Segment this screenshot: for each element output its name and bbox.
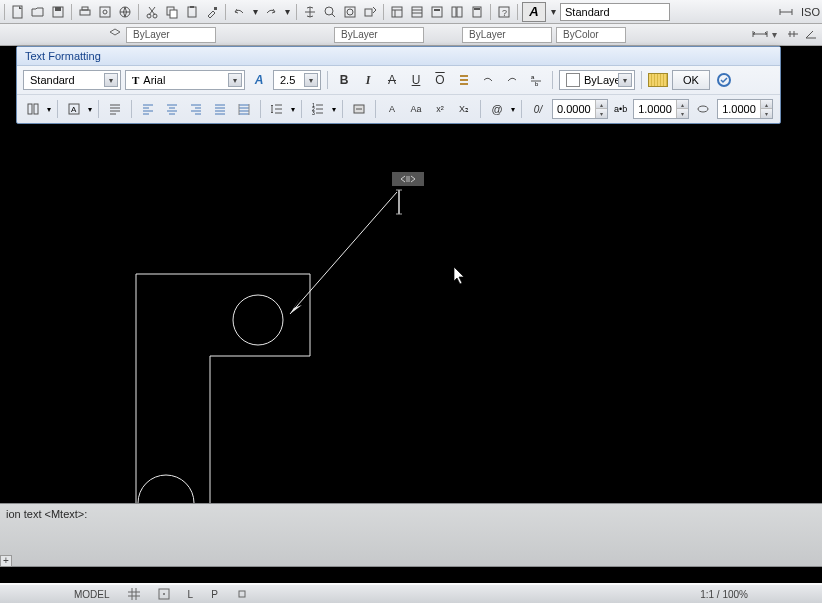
linear-dim-icon[interactable] — [752, 28, 768, 42]
symbol-button[interactable]: @ — [487, 99, 507, 119]
stack-button[interactable] — [454, 70, 474, 90]
text-panel-row-1: Standard ▾ T Arial ▾ A 2.5 ▾ B I A U O a… — [17, 66, 780, 95]
align-justify-icon[interactable] — [210, 99, 230, 119]
numbering-icon[interactable]: 123 — [308, 99, 328, 119]
help-icon[interactable]: ? — [495, 3, 513, 21]
align-center-icon[interactable] — [162, 99, 182, 119]
zoom-icon[interactable] — [321, 3, 339, 21]
justify-icon[interactable]: A — [64, 99, 84, 119]
chevron-down-icon[interactable]: ▾ — [304, 73, 318, 87]
text-panel-row-2: ▾ A ▾ ▾ 123 ▾ A Aa x² X₂ @ ▾ 0/ 0.0000 ▴… — [17, 95, 780, 123]
chevron-down-icon[interactable]: ▾ — [228, 73, 242, 87]
qnew-icon[interactable] — [9, 3, 27, 21]
subscript-button[interactable]: X₂ — [454, 99, 474, 119]
char-width-icon[interactable] — [693, 99, 713, 119]
ok-button[interactable]: OK — [672, 70, 710, 90]
superscript-button[interactable]: x² — [430, 99, 450, 119]
command-line[interactable]: ion text <Mtext>: — [0, 503, 822, 567]
paragraph-icon[interactable] — [105, 99, 125, 119]
columns-icon[interactable] — [23, 99, 43, 119]
model-button[interactable]: MODEL — [70, 587, 114, 601]
svg-rect-19 — [392, 7, 402, 17]
svg-rect-5 — [100, 7, 110, 17]
print-icon[interactable] — [76, 3, 94, 21]
color-combo-text[interactable]: ByLayer ▾ — [559, 70, 635, 90]
plotstyle-combo[interactable]: ByColor — [556, 27, 626, 43]
lowercase-button[interactable]: Aa — [406, 99, 426, 119]
uppercase-button[interactable]: A — [382, 99, 402, 119]
annotative-text-icon[interactable]: A — [522, 2, 546, 22]
ortho-l-label[interactable]: L — [184, 587, 198, 601]
options-icon[interactable] — [714, 70, 734, 90]
copy-icon[interactable] — [163, 3, 181, 21]
underline-button[interactable]: U — [406, 70, 426, 90]
style-combo[interactable]: Standard ▾ — [23, 70, 121, 90]
save-icon[interactable] — [49, 3, 67, 21]
chevron-down-icon[interactable]: ▾ — [104, 73, 118, 87]
zoom-prev-icon[interactable] — [361, 3, 379, 21]
svg-point-6 — [103, 10, 107, 14]
italic-button[interactable]: I — [358, 70, 378, 90]
width-factor-input[interactable]: 1.0000 ▴▾ — [633, 99, 689, 119]
sheet-icon[interactable] — [428, 3, 446, 21]
dsettings-icon[interactable] — [408, 3, 426, 21]
field-icon[interactable] — [349, 99, 369, 119]
pan-icon[interactable] — [301, 3, 319, 21]
align-dist-icon[interactable] — [234, 99, 254, 119]
redo-dropdown-icon[interactable]: ▾ — [282, 3, 292, 21]
open-icon[interactable] — [29, 3, 47, 21]
font-combo[interactable]: T Arial ▾ — [125, 70, 245, 90]
oblique-button[interactable]: 0/ — [528, 99, 548, 119]
chevron-down-icon[interactable]: ▾ — [618, 73, 632, 87]
undo-dropdown-icon[interactable]: ▾ — [250, 3, 260, 21]
osnap-icon[interactable] — [232, 587, 252, 601]
angle-dim-icon[interactable] — [804, 28, 818, 42]
color-combo[interactable]: ByLayer — [334, 27, 424, 43]
overline-button[interactable]: O — [430, 70, 450, 90]
style-value: Standard — [30, 74, 75, 86]
height-combo[interactable]: 2.5 ▾ — [273, 70, 321, 90]
publish-icon[interactable] — [116, 3, 134, 21]
layer-icon[interactable] — [108, 27, 122, 43]
undo-icon[interactable] — [230, 3, 248, 21]
svg-rect-47 — [406, 176, 410, 182]
main-toolbar: ▾ ▾ ? A ▾ Standard ISO — [0, 0, 822, 24]
bold-button[interactable]: B — [334, 70, 354, 90]
tool-palettes-icon[interactable] — [448, 3, 466, 21]
oblique-input[interactable]: 1.0000 ▴▾ — [717, 99, 773, 119]
linetype-combo[interactable]: ByLayer — [462, 27, 552, 43]
match-icon[interactable] — [203, 3, 221, 21]
dim-icon[interactable] — [777, 3, 795, 21]
layer-combo[interactable]: ByLayer — [126, 27, 216, 43]
command-text: ion text <Mtext>: — [6, 508, 816, 522]
cut-icon[interactable] — [143, 3, 161, 21]
properties-icon[interactable] — [388, 3, 406, 21]
width-factor-value: 1.0000 — [638, 103, 672, 115]
paste-icon[interactable] — [183, 3, 201, 21]
line-spacing-icon[interactable] — [267, 99, 287, 119]
tracking-input[interactable]: 0.0000 ▴▾ — [552, 99, 608, 119]
strike-button[interactable]: A — [382, 70, 402, 90]
svg-rect-11 — [170, 10, 177, 18]
mtext-tab-widget[interactable] — [392, 172, 424, 186]
snap-icon[interactable] — [154, 587, 174, 601]
preview-icon[interactable] — [96, 3, 114, 21]
undo-text-icon[interactable] — [478, 70, 498, 90]
annotative-dropdown-icon[interactable]: ▾ — [548, 3, 558, 21]
svg-text:3: 3 — [312, 110, 315, 116]
redo-icon[interactable] — [262, 3, 280, 21]
continue-dim-icon[interactable] — [786, 28, 800, 42]
polar-p-label[interactable]: P — [207, 587, 222, 601]
text-style-combo[interactable]: Standard — [560, 3, 670, 21]
stack-frac-icon[interactable]: ab — [526, 70, 546, 90]
redo-text-icon[interactable] — [502, 70, 522, 90]
zoom-window-icon[interactable] — [341, 3, 359, 21]
layout-add-button[interactable]: + — [0, 555, 12, 567]
align-right-icon[interactable] — [186, 99, 206, 119]
grid-icon[interactable] — [124, 587, 144, 601]
align-left-icon[interactable] — [138, 99, 158, 119]
ruler-icon[interactable] — [648, 73, 668, 87]
scale-label[interactable]: 1:1 / 100% — [696, 587, 752, 601]
calc-icon[interactable] — [468, 3, 486, 21]
annotative-icon[interactable]: A — [249, 70, 269, 90]
